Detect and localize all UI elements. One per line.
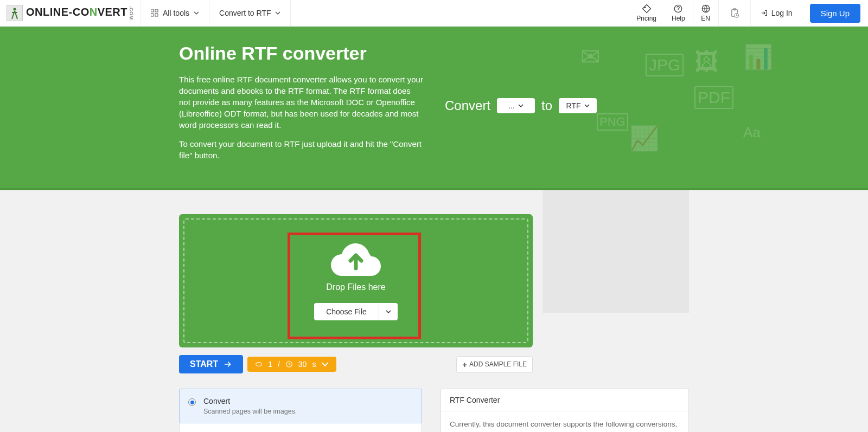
chevron-down-icon [584, 103, 590, 108]
language-label: EN [701, 15, 710, 22]
help-link[interactable]: Help [664, 0, 693, 27]
svg-rect-2 [155, 9, 158, 12]
page-title: Online RTF converter [179, 43, 423, 64]
conversion-options: Convert Scanned pages will be images. Co… [179, 389, 422, 432]
grid-icon [151, 9, 158, 17]
convert-to-label: Convert to RTF [219, 9, 271, 17]
help-icon [673, 4, 683, 14]
main-content: Drop Files here Choose File START 1 / 30… [179, 190, 689, 432]
top-navbar: ONLINE-CONVERT.COM All tools Convert to … [0, 0, 868, 27]
convert-to-menu[interactable]: Convert to RTF [209, 0, 290, 27]
clipboard-history[interactable] [719, 0, 750, 27]
svg-rect-3 [151, 14, 154, 16]
logo-icon [7, 5, 23, 21]
cloud-upload-icon [330, 241, 382, 277]
convert-from-select[interactable]: ... [497, 98, 535, 113]
tag-icon [642, 4, 652, 14]
radio-convert[interactable] [188, 398, 196, 406]
time-value: 30 [298, 360, 307, 369]
convert-to-value: RTF [566, 101, 581, 110]
option-convert-ocr[interactable]: Convert with OCR Scanned pages will be c… [179, 423, 422, 432]
choose-file-button[interactable]: Choose File [314, 303, 379, 320]
login-button[interactable]: Log In [751, 9, 802, 17]
coin-icon [255, 360, 263, 368]
site-logo[interactable]: ONLINE-CONVERT.COM [0, 5, 141, 21]
option-convert[interactable]: Convert Scanned pages will be images. [179, 389, 422, 423]
logo-text: ONLINE-CONVERT.COM [26, 6, 134, 20]
globe-icon [701, 4, 711, 14]
login-icon [761, 9, 768, 17]
add-sample-label: ADD SAMPLE FILE [469, 360, 527, 368]
chevron-down-icon [275, 10, 280, 16]
start-label: START [190, 359, 218, 369]
chevron-down-icon [518, 103, 524, 108]
plus-icon: + [462, 360, 467, 369]
all-tools-menu[interactable]: All tools [141, 0, 209, 27]
help-label: Help [672, 15, 685, 22]
file-dropzone[interactable]: Drop Files here Choose File [183, 218, 528, 343]
convert-from-value: ... [508, 101, 515, 110]
info-header: RTF Converter [441, 389, 688, 411]
option-convert-sub: Scanned pages will be images. [203, 408, 297, 415]
hero-banner: ✉ JPG 🖼 📊 PDF PNG 📈 Aa Online RTF conver… [0, 27, 868, 188]
svg-rect-4 [155, 14, 158, 16]
hero-description-2: To convert your document to RTF just upl… [179, 138, 423, 161]
svg-point-11 [256, 363, 262, 366]
convert-to-select[interactable]: RTF [559, 98, 597, 113]
svg-point-6 [678, 11, 679, 11]
start-button[interactable]: START [179, 355, 243, 373]
to-label: to [541, 98, 552, 113]
login-label: Log In [771, 9, 793, 17]
chevron-down-icon [194, 10, 199, 16]
language-menu[interactable]: EN [693, 0, 718, 27]
add-sample-file-button[interactable]: + ADD SAMPLE FILE [456, 356, 533, 373]
info-body: Currently, this document converter suppo… [441, 411, 688, 432]
option-convert-title: Convert [203, 397, 297, 405]
hero-description-1: This free online RTF document converter … [179, 74, 423, 131]
credit-count: 1 [268, 360, 272, 369]
choose-file-dropdown[interactable] [379, 303, 398, 320]
convert-format-row: Convert ... to RTF [445, 98, 597, 113]
pricing-link[interactable]: Pricing [629, 0, 664, 27]
clipboard-clock-icon [730, 8, 739, 18]
dropzone-container: Drop Files here Choose File [179, 214, 533, 347]
clock-icon [285, 360, 293, 368]
pricing-label: Pricing [636, 15, 656, 22]
time-unit: s [312, 360, 316, 369]
signup-button[interactable]: Sign Up [810, 4, 860, 23]
all-tools-label: All tools [163, 9, 189, 17]
drop-text: Drop Files here [326, 282, 385, 292]
svg-point-0 [14, 8, 16, 11]
arrow-right-icon [224, 360, 232, 369]
ad-placeholder [542, 190, 689, 313]
chevron-down-icon [321, 360, 329, 368]
info-panel: RTF Converter Currently, this document c… [441, 389, 689, 432]
convert-label: Convert [445, 98, 490, 113]
credits-pill[interactable]: 1 / 30 s [247, 357, 336, 372]
svg-rect-1 [151, 9, 154, 12]
chevron-down-icon [386, 309, 391, 314]
actions-row: START 1 / 30 s + ADD SAMPLE FILE [179, 355, 533, 373]
